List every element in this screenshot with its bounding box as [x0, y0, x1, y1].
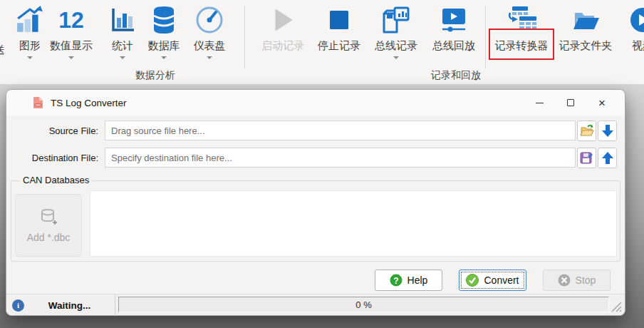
chart-icon	[15, 3, 45, 37]
stop-x-icon	[558, 274, 571, 287]
numeric-12-icon: 12	[56, 3, 87, 37]
source-file-label: Source File:	[6, 125, 105, 136]
maximize-button[interactable]	[555, 90, 586, 116]
ribbon-item-bus-record[interactable]: 总线记录	[368, 3, 425, 68]
svg-text:12: 12	[58, 7, 84, 33]
can-databases-label: CAN Databases	[20, 175, 92, 185]
convert-check-icon	[466, 274, 479, 287]
resize-grip[interactable]	[611, 301, 623, 313]
stop-label: Stop	[576, 275, 596, 286]
ribbon-group-data-analysis: 数据分析	[105, 69, 205, 82]
save-destination-button[interactable]	[577, 148, 596, 168]
stop-button[interactable]: Stop	[543, 270, 611, 291]
ribbon-toolbar: 送 图形 12 数值显示	[0, 0, 644, 86]
close-icon: ×	[598, 97, 606, 109]
log-file-icon	[32, 96, 44, 109]
add-dbc-label: Add *.dbc	[27, 232, 71, 243]
help-label: Help	[407, 275, 428, 286]
info-icon: i	[12, 299, 24, 312]
help-button[interactable]: ? Help	[375, 270, 442, 291]
chevron-down-icon	[27, 56, 33, 59]
ribbon-item-video[interactable]: 视频	[620, 3, 644, 68]
ribbon-item-database[interactable]: 数据库	[139, 3, 189, 68]
save-icon	[580, 151, 593, 165]
source-file-input[interactable]	[105, 121, 576, 140]
status-panel: i Waiting...	[6, 294, 115, 316]
ribbon-item-start-record[interactable]: 启动记录	[254, 3, 311, 68]
bus-replay-icon	[438, 3, 469, 37]
destination-up-arrow-button[interactable]	[598, 148, 617, 168]
can-databases-groupbox: CAN Databases Add *.dbc	[11, 180, 620, 262]
open-folder-icon	[580, 124, 594, 137]
help-icon: ?	[390, 274, 402, 287]
gauge-icon	[194, 3, 225, 37]
statusbar: i Waiting... 0 %	[6, 294, 625, 315]
ts-log-converter-dialog: TS Log Converter × Source File: Destinat…	[6, 89, 625, 316]
chevron-down-icon	[120, 56, 125, 59]
ribbon-item-dashboard[interactable]: 仪表盘	[185, 3, 234, 68]
minimize-button[interactable]	[524, 90, 555, 116]
chevron-down-icon	[68, 56, 74, 59]
ribbon-item-bus-replay[interactable]: 总线回放	[425, 3, 482, 68]
ribbon-item-stop-record[interactable]: 停止记录	[311, 3, 368, 68]
add-database-icon	[39, 207, 58, 226]
ribbon-item-numeric-display[interactable]: 12 数值显示	[41, 3, 101, 68]
record-folder-icon	[570, 3, 601, 37]
blue-down-arrow-icon	[601, 124, 614, 138]
statistics-icon	[108, 3, 137, 37]
destination-file-input[interactable]	[105, 148, 576, 168]
red-highlight-box	[489, 29, 554, 60]
ribbon-item-send-partial[interactable]: 送	[0, 43, 5, 57]
source-down-arrow-button[interactable]	[598, 121, 617, 141]
convert-label: Convert	[484, 275, 519, 286]
chevron-down-icon	[393, 56, 399, 59]
add-dbc-button[interactable]: Add *.dbc	[15, 194, 82, 257]
chevron-down-icon	[161, 56, 167, 59]
bus-record-icon	[380, 3, 412, 37]
svg-text:?: ?	[393, 276, 398, 286]
ribbon-item-record-folder[interactable]: 记录文件夹	[550, 3, 621, 68]
status-text: Waiting...	[24, 300, 115, 311]
dialog-titlebar[interactable]: TS Log Converter ×	[6, 90, 625, 116]
blue-up-arrow-icon	[601, 151, 614, 165]
destination-file-label: Destination File:	[6, 153, 105, 163]
stop-icon	[325, 3, 353, 37]
dialog-title: TS Log Converter	[51, 98, 127, 108]
progress-bar: 0 %	[118, 297, 609, 312]
video-icon	[627, 3, 644, 37]
database-icon	[150, 3, 178, 37]
dbc-file-list[interactable]	[90, 190, 617, 257]
ribbon-separator	[485, 6, 486, 68]
chevron-down-icon	[207, 56, 212, 59]
browse-source-button[interactable]	[577, 121, 596, 141]
minimize-icon	[536, 103, 544, 103]
convert-button[interactable]: Convert	[459, 270, 526, 291]
ribbon-group-record-replay: 记录和回放	[406, 69, 506, 82]
close-button[interactable]: ×	[586, 90, 618, 116]
play-icon	[268, 3, 298, 37]
ribbon-separator	[244, 6, 245, 68]
maximize-icon	[567, 99, 574, 106]
